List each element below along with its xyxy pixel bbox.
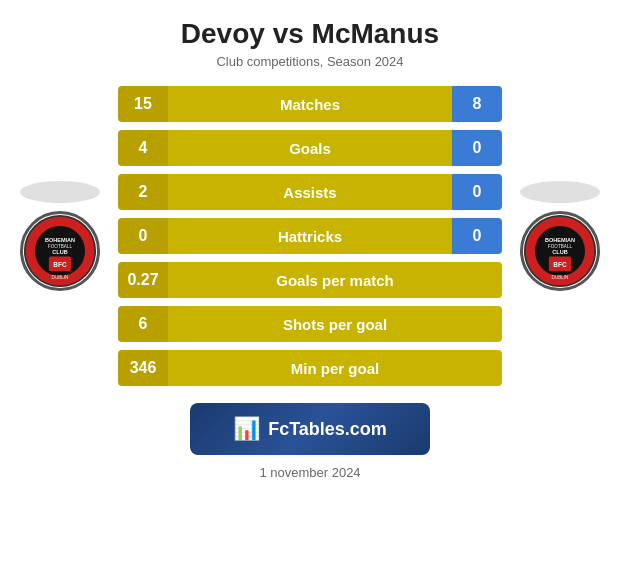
left-team-logo-area: BOHEMIAN FOOTBALL CLUB BFC DUBLIN	[10, 181, 110, 291]
svg-text:DUBLIN: DUBLIN	[552, 275, 569, 280]
stat-row-shots-per-goal: 6 Shots per goal	[118, 305, 502, 343]
left-club-badge: BOHEMIAN FOOTBALL CLUB BFC DUBLIN	[20, 211, 100, 291]
subtitle: Club competitions, Season 2024	[181, 54, 439, 69]
header: Devoy vs McManus Club competitions, Seas…	[161, 0, 459, 75]
matches-left-value: 15	[118, 86, 168, 122]
stat-row-hattricks: 0 Hattricks 0	[118, 217, 502, 255]
stat-row-min-per-goal: 346 Min per goal	[118, 349, 502, 387]
matches-right-value: 8	[452, 86, 502, 122]
goals-per-match-label: Goals per match	[168, 262, 502, 298]
right-club-badge: BOHEMIAN FOOTBALL CLUB BFC DUBLIN	[520, 211, 600, 291]
stat-row-assists: 2 Assists 0	[118, 173, 502, 211]
assists-right-value: 0	[452, 174, 502, 210]
goals-left-value: 4	[118, 130, 168, 166]
fctables-icon: 📊	[233, 416, 260, 442]
goals-right-value: 0	[452, 130, 502, 166]
right-ellipse-decoration	[520, 181, 600, 203]
bottom-section: 📊 FcTables.com 1 november 2024	[190, 391, 430, 480]
svg-text:BOHEMIAN: BOHEMIAN	[45, 237, 75, 243]
min-per-goal-value: 346	[118, 350, 168, 386]
page-title: Devoy vs McManus	[181, 18, 439, 50]
assists-label: Assists	[168, 174, 452, 210]
svg-text:BFC: BFC	[553, 261, 567, 268]
goals-per-match-value: 0.27	[118, 262, 168, 298]
stats-container: 15 Matches 8 4 Goals 0 2 Assists 0 0	[110, 85, 510, 387]
matches-label: Matches	[168, 86, 452, 122]
min-per-goal-label: Min per goal	[168, 350, 502, 386]
fctables-banner: 📊 FcTables.com	[190, 403, 430, 455]
right-team-logo-area: BOHEMIAN FOOTBALL CLUB BFC DUBLIN	[510, 181, 610, 291]
hattricks-right-value: 0	[452, 218, 502, 254]
shots-per-goal-label: Shots per goal	[168, 306, 502, 342]
svg-text:CLUB: CLUB	[552, 249, 567, 255]
left-ellipse-decoration	[20, 181, 100, 203]
stat-row-goals: 4 Goals 0	[118, 129, 502, 167]
svg-text:BOHEMIAN: BOHEMIAN	[545, 237, 575, 243]
svg-text:BFC: BFC	[53, 261, 67, 268]
stat-row-matches: 15 Matches 8	[118, 85, 502, 123]
main-content: BOHEMIAN FOOTBALL CLUB BFC DUBLIN 15 Mat…	[0, 85, 620, 387]
fctables-text: FcTables.com	[268, 419, 387, 440]
hattricks-label: Hattricks	[168, 218, 452, 254]
svg-text:DUBLIN: DUBLIN	[52, 275, 69, 280]
svg-text:CLUB: CLUB	[52, 249, 67, 255]
shots-per-goal-value: 6	[118, 306, 168, 342]
stat-row-goals-per-match: 0.27 Goals per match	[118, 261, 502, 299]
assists-left-value: 2	[118, 174, 168, 210]
footer-date: 1 november 2024	[259, 465, 360, 480]
goals-label: Goals	[168, 130, 452, 166]
hattricks-left-value: 0	[118, 218, 168, 254]
